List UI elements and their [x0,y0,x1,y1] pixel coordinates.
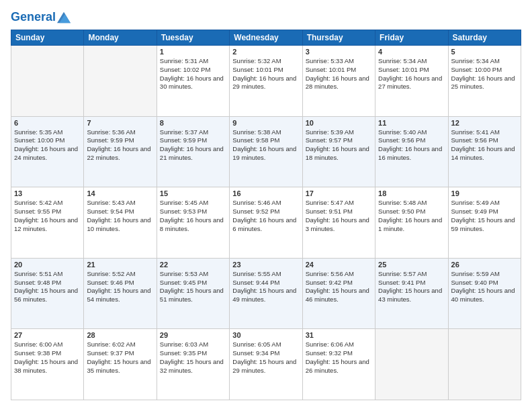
day-number: 3 [306,48,372,56]
week-row-2: 13Sunrise: 5:42 AMSunset: 9:55 PMDayligh… [11,187,521,259]
sunset-text: Sunset: 10:00 PM [451,66,518,75]
day-cell: 15Sunrise: 5:45 AMSunset: 9:53 PMDayligh… [157,187,229,259]
day-cell: 19Sunrise: 5:49 AMSunset: 9:49 PMDayligh… [448,187,521,259]
day-number: 9 [232,119,299,127]
sunset-text: Sunset: 9:48 PM [14,279,81,287]
day-number: 1 [160,48,226,56]
day-cell: 9Sunrise: 5:38 AMSunset: 9:58 PMDaylight… [230,116,302,187]
sunset-text: Sunset: 9:54 PM [87,208,153,216]
day-cell: 29Sunrise: 6:03 AMSunset: 9:35 PMDayligh… [157,329,229,400]
sunrise-text: Sunrise: 6:03 AM [160,340,226,349]
daylight-text: Daylight: 15 hours and 51 minutes. [160,287,226,304]
week-row-0: 1Sunrise: 5:31 AMSunset: 10:02 PMDayligh… [11,46,521,117]
day-number: 20 [14,261,81,269]
sunrise-text: Sunrise: 5:34 AM [378,57,445,66]
daylight-text: Daylight: 15 hours and 29 minutes. [232,358,299,375]
day-cell: 3Sunrise: 5:33 AMSunset: 10:01 PMDayligh… [302,46,375,117]
sunrise-text: Sunrise: 5:38 AM [232,128,299,137]
daylight-text: Daylight: 15 hours and 38 minutes. [14,358,81,375]
day-number: 5 [451,48,518,56]
sunrise-text: Sunrise: 5:52 AM [87,270,153,279]
day-number: 16 [232,189,299,197]
col-wednesday: Wednesday [230,30,302,46]
daylight-text: Daylight: 16 hours and 28 minutes. [306,75,372,92]
daylight-text: Daylight: 16 hours and 25 minutes. [451,75,518,92]
daylight-text: Daylight: 15 hours and 26 minutes. [306,358,372,375]
header-row: Sunday Monday Tuesday Wednesday Thursday… [11,30,521,46]
day-number: 14 [87,189,153,197]
sunset-text: Sunset: 10:02 PM [160,66,226,75]
daylight-text: Daylight: 15 hours and 46 minutes. [306,287,372,304]
day-number: 19 [451,189,518,197]
day-cell: 30Sunrise: 6:05 AMSunset: 9:34 PMDayligh… [230,329,302,400]
day-cell [448,329,521,400]
logo-text: General [11,11,56,24]
day-cell: 25Sunrise: 5:57 AMSunset: 9:41 PMDayligh… [375,258,448,329]
daylight-text: Daylight: 16 hours and 12 minutes. [14,216,81,234]
col-sunday: Sunday [11,30,84,46]
day-number: 10 [306,119,372,127]
calendar: Sunday Monday Tuesday Wednesday Thursday… [11,30,521,400]
day-cell: 14Sunrise: 5:43 AMSunset: 9:54 PMDayligh… [84,187,157,259]
sunrise-text: Sunrise: 5:48 AM [378,199,445,208]
day-cell: 12Sunrise: 5:41 AMSunset: 9:56 PMDayligh… [448,116,521,187]
day-number: 2 [232,48,299,56]
sunset-text: Sunset: 10:01 PM [378,66,445,75]
sunrise-text: Sunrise: 6:06 AM [306,340,372,349]
sunrise-text: Sunrise: 5:55 AM [232,270,299,279]
day-number: 13 [14,189,81,197]
day-cell: 16Sunrise: 5:46 AMSunset: 9:52 PMDayligh… [230,187,302,259]
sunrise-text: Sunrise: 5:53 AM [160,270,226,279]
daylight-text: Daylight: 16 hours and 18 minutes. [306,145,372,163]
day-cell [11,46,84,117]
sunrise-text: Sunrise: 6:02 AM [87,340,153,349]
daylight-text: Daylight: 16 hours and 29 minutes. [232,75,299,92]
daylight-text: Daylight: 15 hours and 49 minutes. [232,287,299,304]
sunset-text: Sunset: 9:57 PM [306,136,372,145]
sunrise-text: Sunrise: 5:51 AM [14,270,81,279]
sunset-text: Sunset: 9:46 PM [87,279,153,287]
day-cell: 26Sunrise: 5:59 AMSunset: 9:40 PMDayligh… [448,258,521,329]
sunset-text: Sunset: 9:41 PM [378,279,445,287]
daylight-text: Daylight: 16 hours and 1 minute. [378,216,445,234]
day-cell: 6Sunrise: 5:35 AMSunset: 10:00 PMDayligh… [11,116,84,187]
day-cell: 22Sunrise: 5:53 AMSunset: 9:45 PMDayligh… [157,258,229,329]
day-number: 18 [378,189,445,197]
sunset-text: Sunset: 9:59 PM [160,136,226,145]
sunset-text: Sunset: 9:50 PM [378,208,445,216]
sunset-text: Sunset: 9:56 PM [378,136,445,145]
day-number: 25 [378,261,445,269]
sunrise-text: Sunrise: 5:34 AM [451,57,518,66]
day-cell: 2Sunrise: 5:32 AMSunset: 10:01 PMDayligh… [230,46,302,117]
sunrise-text: Sunrise: 5:35 AM [14,128,81,137]
col-saturday: Saturday [448,30,521,46]
col-friday: Friday [375,30,448,46]
daylight-text: Daylight: 16 hours and 22 minutes. [87,145,153,163]
sunrise-text: Sunrise: 5:36 AM [87,128,153,137]
daylight-text: Daylight: 16 hours and 21 minutes. [160,145,226,163]
day-cell: 7Sunrise: 5:36 AMSunset: 9:59 PMDaylight… [84,116,157,187]
col-monday: Monday [84,30,157,46]
sunset-text: Sunset: 10:01 PM [232,66,299,75]
daylight-text: Daylight: 16 hours and 16 minutes. [378,145,445,163]
logo-icon [57,11,71,24]
day-cell: 31Sunrise: 6:06 AMSunset: 9:32 PMDayligh… [302,329,375,400]
sunset-text: Sunset: 9:45 PM [160,279,226,287]
day-cell: 20Sunrise: 5:51 AMSunset: 9:48 PMDayligh… [11,258,84,329]
sunset-text: Sunset: 9:32 PM [306,349,372,358]
week-row-3: 20Sunrise: 5:51 AMSunset: 9:48 PMDayligh… [11,258,521,329]
sunset-text: Sunset: 9:53 PM [160,208,226,216]
col-tuesday: Tuesday [157,30,229,46]
day-number: 22 [160,261,226,269]
sunset-text: Sunset: 9:38 PM [14,349,81,358]
sunrise-text: Sunrise: 5:45 AM [160,199,226,208]
day-cell: 11Sunrise: 5:40 AMSunset: 9:56 PMDayligh… [375,116,448,187]
sunrise-text: Sunrise: 5:40 AM [378,128,445,137]
day-number: 28 [87,331,153,339]
sunset-text: Sunset: 9:56 PM [451,136,518,145]
col-thursday: Thursday [302,30,375,46]
sunrise-text: Sunrise: 6:05 AM [232,340,299,349]
sunset-text: Sunset: 9:44 PM [232,279,299,287]
day-number: 8 [160,119,226,127]
day-number: 6 [14,119,81,127]
